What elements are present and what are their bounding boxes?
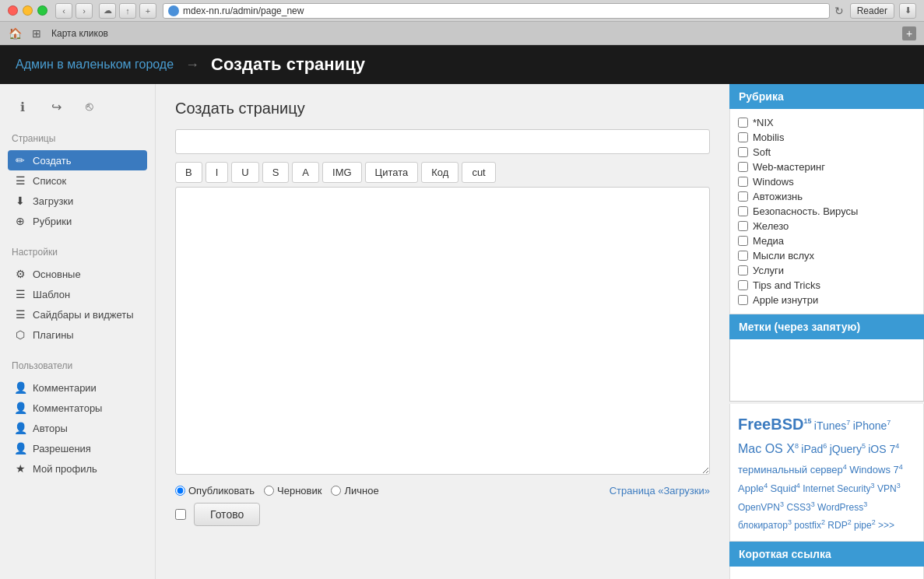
publish-radio[interactable] [175, 486, 185, 496]
tag-item[interactable]: Apple4 [738, 482, 768, 494]
forward-icon[interactable]: ↪ [45, 96, 67, 118]
private-radio[interactable] [331, 486, 341, 496]
rubric-item[interactable]: Железо [738, 219, 915, 233]
sidebar-item-permissions[interactable]: 👤 Разрешения [8, 438, 147, 458]
sidebar-item-downloads[interactable]: ⬇ Загрузки [8, 191, 147, 211]
sidebar-item-profile[interactable]: ★ Мой профиль [8, 458, 147, 479]
submit-checkbox[interactable] [175, 509, 186, 520]
page-link[interactable]: Страница «Загрузки» [610, 485, 710, 497]
tag-item[interactable]: iPhone7 [853, 419, 891, 432]
share-btn[interactable]: ↑ [119, 3, 136, 19]
tag-item[interactable]: VPN3 [877, 483, 901, 494]
rubric-checkbox[interactable] [738, 221, 748, 231]
rubric-checkbox[interactable] [738, 191, 748, 202]
code-button[interactable]: Код [421, 162, 458, 183]
toolbar-add-btn[interactable]: + [902, 26, 916, 40]
tag-item[interactable]: iPad6 [801, 443, 827, 455]
logout-icon[interactable]: ⎋ [79, 96, 100, 118]
toolbar-icon-1[interactable]: 🏠 [8, 26, 22, 40]
site-name[interactable]: Админ в маленьком городе [16, 58, 174, 72]
sidebar-item-list[interactable]: ☰ Список [8, 170, 147, 191]
tag-item[interactable]: iTunes7 [814, 419, 851, 432]
quote-button[interactable]: Цитата [365, 162, 419, 183]
rubric-item[interactable]: Мысли вслух [738, 248, 915, 263]
rubric-item[interactable]: Услуги [738, 263, 915, 278]
back-btn[interactable]: ‹ [55, 3, 72, 19]
rubric-item[interactable]: Windows [738, 174, 915, 189]
cloud-btn[interactable]: ☁ [99, 3, 116, 19]
cut-button[interactable]: cut [462, 162, 495, 183]
italic-button[interactable]: I [206, 162, 229, 183]
rubric-item[interactable]: Mobilis [738, 130, 915, 145]
title-input[interactable] [175, 129, 710, 154]
tag-item[interactable]: RDP2 [827, 520, 851, 531]
rubric-checkbox[interactable] [738, 251, 748, 261]
tag-item[interactable]: Internet Security3 [803, 483, 874, 494]
strikethrough-button[interactable]: S [262, 162, 290, 183]
add-tab-btn[interactable]: + [139, 3, 156, 19]
reader-btn[interactable]: Reader [850, 3, 894, 19]
rubric-checkbox[interactable] [738, 236, 748, 246]
tag-item[interactable]: CSS33 [786, 502, 814, 513]
rubric-item[interactable]: Медиа [738, 233, 915, 248]
tag-item[interactable]: Mac OS X8 [738, 442, 799, 455]
sidebar-item-template[interactable]: ☰ Шаблон [8, 284, 147, 304]
tag-item[interactable]: блокиратор3 [738, 520, 792, 531]
tag-item[interactable]: FreeBSD15 [738, 416, 812, 433]
bold-button[interactable]: B [175, 162, 202, 183]
publish-option[interactable]: Опубликовать [175, 485, 255, 497]
draft-radio[interactable] [264, 486, 274, 496]
tag-item[interactable]: iOS 74 [868, 443, 899, 455]
rubric-item[interactable]: Автожизнь [738, 189, 915, 204]
rubric-checkbox[interactable] [738, 295, 748, 305]
sidebar-item-rubrics[interactable]: ⊕ Рубрики [8, 211, 147, 231]
tag-item[interactable]: OpenVPN3 [738, 502, 784, 513]
tags-input[interactable] [729, 339, 924, 402]
tag-item[interactable]: WordPress3 [817, 502, 867, 513]
tag-item[interactable]: pipe2 [854, 520, 876, 531]
minimize-btn[interactable] [23, 5, 33, 16]
rubric-checkbox[interactable] [738, 265, 748, 275]
private-option[interactable]: Личное [331, 485, 378, 497]
download-btn[interactable]: ⬇ [899, 3, 916, 19]
tag-item[interactable]: postfix2 [794, 520, 825, 531]
sidebar-item-commentators[interactable]: 👤 Комментаторы [8, 398, 147, 418]
rubric-item[interactable]: Web-мастеринг [738, 160, 915, 174]
editor-area[interactable] [175, 187, 710, 475]
rubric-checkbox[interactable] [738, 147, 748, 157]
underline-button[interactable]: U [231, 162, 258, 183]
info-icon[interactable]: ℹ [12, 96, 33, 118]
tag-item[interactable]: терминальный сервер4 [738, 464, 847, 475]
address-bar[interactable]: mdex-nn.ru/admin/page_new [163, 3, 830, 19]
rubric-checkbox[interactable] [738, 177, 748, 187]
sidebar-item-authors[interactable]: 👤 Авторы [8, 418, 147, 438]
sidebar-item-create[interactable]: ✏ Создать [8, 150, 147, 170]
close-btn[interactable] [8, 5, 18, 16]
reload-btn[interactable]: ↻ [834, 5, 844, 17]
tag-item[interactable]: jQuery5 [830, 443, 866, 455]
rubric-item[interactable]: Безопасность. Вирусы [738, 204, 915, 219]
toolbar-icon-2[interactable]: ⊞ [30, 26, 44, 40]
submit-button[interactable]: Готово [194, 503, 260, 526]
tag-item[interactable]: Windows 74 [849, 464, 903, 475]
link-button[interactable]: A [292, 162, 319, 183]
rubric-checkbox[interactable] [738, 162, 748, 172]
rubric-item[interactable]: *NIX [738, 115, 915, 130]
tag-item[interactable]: >>> [878, 520, 894, 531]
rubric-checkbox[interactable] [738, 280, 748, 290]
img-button[interactable]: IMG [322, 162, 362, 183]
sidebar-item-basic[interactable]: ⚙ Основные [8, 264, 147, 284]
forward-btn[interactable]: › [76, 3, 93, 19]
draft-option[interactable]: Черновик [264, 485, 321, 497]
rubric-checkbox[interactable] [738, 132, 748, 142]
rubric-checkbox[interactable] [738, 118, 748, 128]
sidebar-item-comments[interactable]: 👤 Комментарии [8, 377, 147, 398]
rubric-item[interactable]: Tips and Tricks [738, 278, 915, 293]
rubric-checkbox[interactable] [738, 206, 748, 216]
rubric-item[interactable]: Apple изнутри [738, 293, 915, 307]
tag-item[interactable]: Squid4 [771, 482, 800, 494]
sidebar-item-plugins[interactable]: ⬡ Плагины [8, 325, 147, 345]
sidebar-item-sidebars[interactable]: ☰ Сайдбары и виджеты [8, 304, 147, 325]
maximize-btn[interactable] [37, 5, 47, 16]
rubric-item[interactable]: Soft [738, 145, 915, 160]
